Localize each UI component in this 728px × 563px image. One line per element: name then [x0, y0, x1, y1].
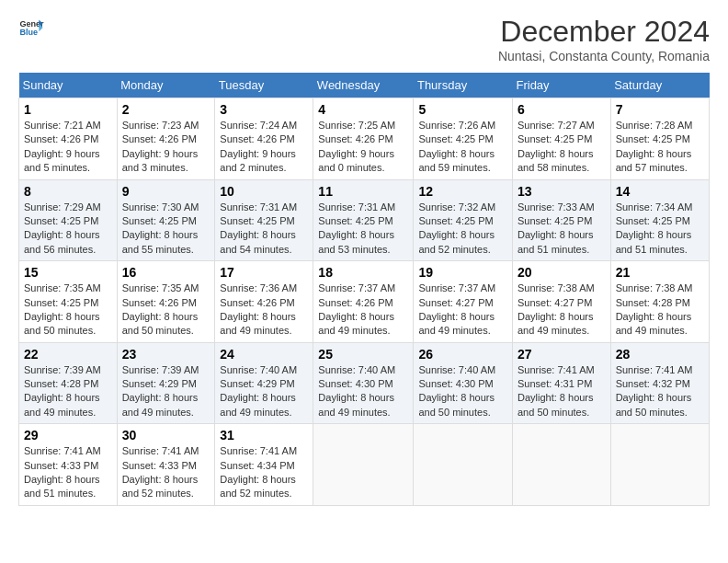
day-number: 26 — [418, 347, 507, 362]
day-info: Sunrise: 7:24 AMSunset: 4:26 PMDaylight:… — [220, 119, 308, 176]
calendar-cell: 19Sunrise: 7:37 AMSunset: 4:27 PMDayligh… — [414, 261, 513, 343]
day-info: Sunrise: 7:34 AMSunset: 4:25 PMDaylight:… — [616, 201, 704, 258]
day-info: Sunrise: 7:37 AMSunset: 4:26 PMDaylight:… — [318, 282, 408, 339]
day-number: 19 — [418, 265, 507, 280]
calendar-cell — [414, 424, 513, 506]
page-header: General Blue December 2024 Nuntasi, Cons… — [18, 15, 710, 63]
location: Nuntasi, Constanta County, Romania — [498, 49, 710, 63]
week-row-3: 15Sunrise: 7:35 AMSunset: 4:25 PMDayligh… — [19, 261, 710, 343]
calendar-cell: 13Sunrise: 7:33 AMSunset: 4:25 PMDayligh… — [512, 179, 610, 261]
calendar-cell: 12Sunrise: 7:32 AMSunset: 4:25 PMDayligh… — [414, 179, 513, 261]
day-info: Sunrise: 7:36 AMSunset: 4:26 PMDaylight:… — [220, 282, 308, 339]
weekday-header-thursday: Thursday — [414, 73, 513, 98]
day-number: 9 — [122, 184, 210, 199]
day-number: 2 — [122, 102, 210, 117]
day-info: Sunrise: 7:27 AMSunset: 4:25 PMDaylight:… — [518, 119, 606, 176]
calendar-cell: 11Sunrise: 7:31 AMSunset: 4:25 PMDayligh… — [313, 179, 414, 261]
week-row-1: 1Sunrise: 7:21 AMSunset: 4:26 PMDaylight… — [19, 98, 710, 180]
weekday-header-row: SundayMondayTuesdayWednesdayThursdayFrid… — [19, 73, 710, 98]
day-number: 11 — [318, 184, 408, 199]
logo: General Blue — [18, 15, 44, 40]
calendar-cell: 26Sunrise: 7:40 AMSunset: 4:30 PMDayligh… — [414, 342, 513, 424]
day-info: Sunrise: 7:39 AMSunset: 4:29 PMDaylight:… — [122, 363, 210, 420]
day-info: Sunrise: 7:38 AMSunset: 4:27 PMDaylight:… — [518, 282, 606, 339]
week-row-2: 8Sunrise: 7:29 AMSunset: 4:25 PMDaylight… — [19, 179, 710, 261]
day-info: Sunrise: 7:21 AMSunset: 4:26 PMDaylight:… — [24, 119, 112, 176]
calendar-cell — [610, 424, 709, 506]
calendar-cell: 25Sunrise: 7:40 AMSunset: 4:30 PMDayligh… — [313, 342, 414, 424]
day-info: Sunrise: 7:38 AMSunset: 4:28 PMDaylight:… — [616, 282, 704, 339]
day-info: Sunrise: 7:41 AMSunset: 4:33 PMDaylight:… — [122, 444, 210, 501]
day-info: Sunrise: 7:26 AMSunset: 4:25 PMDaylight:… — [418, 119, 507, 176]
week-row-4: 22Sunrise: 7:39 AMSunset: 4:28 PMDayligh… — [19, 342, 710, 424]
day-number: 17 — [220, 265, 308, 280]
day-number: 7 — [616, 102, 704, 117]
svg-text:Blue: Blue — [19, 28, 38, 37]
calendar-cell: 1Sunrise: 7:21 AMSunset: 4:26 PMDaylight… — [19, 98, 118, 180]
day-info: Sunrise: 7:31 AMSunset: 4:25 PMDaylight:… — [220, 201, 308, 258]
calendar-cell: 28Sunrise: 7:41 AMSunset: 4:32 PMDayligh… — [610, 342, 709, 424]
day-info: Sunrise: 7:28 AMSunset: 4:25 PMDaylight:… — [616, 119, 704, 176]
day-number: 15 — [24, 265, 112, 280]
day-number: 18 — [318, 265, 408, 280]
day-info: Sunrise: 7:32 AMSunset: 4:25 PMDaylight:… — [418, 201, 507, 258]
day-info: Sunrise: 7:41 AMSunset: 4:32 PMDaylight:… — [616, 363, 704, 420]
day-info: Sunrise: 7:41 AMSunset: 4:34 PMDaylight:… — [220, 444, 308, 501]
day-info: Sunrise: 7:40 AMSunset: 4:30 PMDaylight:… — [418, 363, 507, 420]
day-number: 30 — [122, 428, 210, 442]
calendar-cell: 31Sunrise: 7:41 AMSunset: 4:34 PMDayligh… — [215, 424, 313, 506]
day-number: 27 — [518, 347, 606, 362]
day-info: Sunrise: 7:37 AMSunset: 4:27 PMDaylight:… — [418, 282, 507, 339]
day-number: 12 — [418, 184, 507, 199]
day-info: Sunrise: 7:35 AMSunset: 4:26 PMDaylight:… — [122, 282, 210, 339]
day-number: 10 — [220, 184, 308, 199]
calendar-cell: 21Sunrise: 7:38 AMSunset: 4:28 PMDayligh… — [610, 261, 709, 343]
calendar-cell: 7Sunrise: 7:28 AMSunset: 4:25 PMDaylight… — [610, 98, 709, 180]
day-number: 31 — [220, 428, 308, 442]
calendar-cell: 20Sunrise: 7:38 AMSunset: 4:27 PMDayligh… — [512, 261, 610, 343]
day-number: 29 — [24, 428, 112, 442]
day-info: Sunrise: 7:39 AMSunset: 4:28 PMDaylight:… — [24, 363, 112, 420]
day-number: 16 — [122, 265, 210, 280]
calendar-cell: 27Sunrise: 7:41 AMSunset: 4:31 PMDayligh… — [512, 342, 610, 424]
calendar-cell — [313, 424, 414, 506]
weekday-header-wednesday: Wednesday — [313, 73, 414, 98]
calendar-cell: 9Sunrise: 7:30 AMSunset: 4:25 PMDaylight… — [117, 179, 215, 261]
day-info: Sunrise: 7:35 AMSunset: 4:25 PMDaylight:… — [24, 282, 112, 339]
day-number: 13 — [518, 184, 606, 199]
calendar-cell: 29Sunrise: 7:41 AMSunset: 4:33 PMDayligh… — [19, 424, 118, 506]
weekday-header-friday: Friday — [512, 73, 610, 98]
day-info: Sunrise: 7:31 AMSunset: 4:25 PMDaylight:… — [318, 201, 408, 258]
day-number: 8 — [24, 184, 112, 199]
calendar-cell: 22Sunrise: 7:39 AMSunset: 4:28 PMDayligh… — [19, 342, 118, 424]
day-number: 3 — [220, 102, 308, 117]
calendar-cell: 8Sunrise: 7:29 AMSunset: 4:25 PMDaylight… — [19, 179, 118, 261]
calendar-table: SundayMondayTuesdayWednesdayThursdayFrid… — [18, 73, 710, 506]
calendar-cell — [512, 424, 610, 506]
day-info: Sunrise: 7:40 AMSunset: 4:29 PMDaylight:… — [220, 363, 308, 420]
day-number: 4 — [318, 102, 408, 117]
day-info: Sunrise: 7:23 AMSunset: 4:26 PMDaylight:… — [122, 119, 210, 176]
day-info: Sunrise: 7:29 AMSunset: 4:25 PMDaylight:… — [24, 201, 112, 258]
day-info: Sunrise: 7:25 AMSunset: 4:26 PMDaylight:… — [318, 119, 408, 176]
calendar-cell: 3Sunrise: 7:24 AMSunset: 4:26 PMDaylight… — [215, 98, 313, 180]
calendar-cell: 10Sunrise: 7:31 AMSunset: 4:25 PMDayligh… — [215, 179, 313, 261]
calendar-cell: 17Sunrise: 7:36 AMSunset: 4:26 PMDayligh… — [215, 261, 313, 343]
calendar-cell: 5Sunrise: 7:26 AMSunset: 4:25 PMDaylight… — [414, 98, 513, 180]
day-info: Sunrise: 7:40 AMSunset: 4:30 PMDaylight:… — [318, 363, 408, 420]
day-number: 25 — [318, 347, 408, 362]
day-info: Sunrise: 7:41 AMSunset: 4:31 PMDaylight:… — [518, 363, 606, 420]
week-row-5: 29Sunrise: 7:41 AMSunset: 4:33 PMDayligh… — [19, 424, 710, 506]
logo-icon: General Blue — [18, 15, 44, 40]
day-number: 28 — [616, 347, 704, 362]
day-number: 5 — [418, 102, 507, 117]
calendar-cell: 4Sunrise: 7:25 AMSunset: 4:26 PMDaylight… — [313, 98, 414, 180]
calendar-cell: 23Sunrise: 7:39 AMSunset: 4:29 PMDayligh… — [117, 342, 215, 424]
calendar-cell: 18Sunrise: 7:37 AMSunset: 4:26 PMDayligh… — [313, 261, 414, 343]
day-info: Sunrise: 7:33 AMSunset: 4:25 PMDaylight:… — [518, 201, 606, 258]
title-block: December 2024 Nuntasi, Constanta County,… — [498, 15, 710, 63]
day-number: 1 — [24, 102, 112, 117]
day-number: 6 — [518, 102, 606, 117]
day-number: 24 — [220, 347, 308, 362]
calendar-cell: 16Sunrise: 7:35 AMSunset: 4:26 PMDayligh… — [117, 261, 215, 343]
